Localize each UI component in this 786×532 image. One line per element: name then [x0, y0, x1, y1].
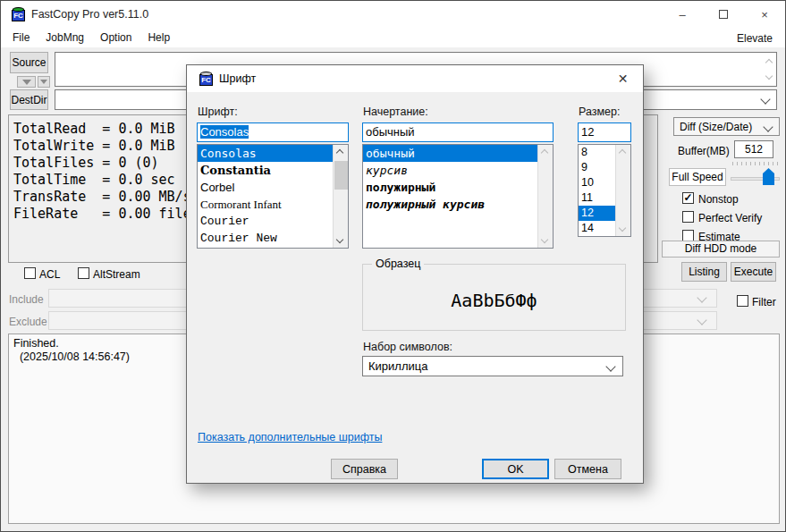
execute-button[interactable]: Execute: [731, 262, 776, 282]
exclude-label: Exclude: [9, 316, 47, 328]
minimize-button[interactable]: –: [662, 1, 703, 28]
close-icon: ×: [761, 8, 768, 21]
speed-label: Full Speed: [669, 168, 726, 186]
scroll-up-icon[interactable]: [765, 59, 773, 66]
dialog-title: Шрифт: [219, 72, 256, 85]
font-size-input[interactable]: 12: [578, 122, 631, 142]
font-list: Consolas Constantia Corbel Cormorant Inf…: [197, 144, 349, 249]
font-option[interactable]: Constantia: [198, 162, 333, 179]
perfect-verify-checkbox[interactable]: [682, 211, 694, 223]
more-fonts-link[interactable]: Показать дополнительные шрифты: [198, 431, 382, 443]
style-option[interactable]: полужирный курсив: [363, 196, 537, 213]
size-list: 8 9 10 11 12 14: [578, 144, 631, 237]
size-option[interactable]: 9: [579, 160, 615, 175]
fastcopy-window: FC FastCopy Pro ver5.11.0 – × File JobMn…: [0, 0, 786, 532]
menu-file[interactable]: File: [4, 30, 38, 46]
scroll-down-icon[interactable]: [765, 72, 773, 80]
filter-checkbox[interactable]: [737, 295, 748, 307]
size-option[interactable]: 11: [579, 190, 615, 206]
font-label: Шрифт:: [198, 106, 238, 118]
destdir-button[interactable]: DestDir: [10, 89, 48, 110]
dialog-icon-lid: [200, 72, 212, 76]
check-icon: ✓: [683, 191, 692, 204]
source-history-button[interactable]: [17, 76, 36, 88]
style-option[interactable]: полужирный: [363, 179, 537, 196]
scroll-down-icon[interactable]: [336, 236, 343, 243]
scrollbar-thumb[interactable]: [334, 161, 348, 190]
nonstop-label: Nonstop: [698, 193, 739, 206]
sample-groupbox: Образец AaBbБбФф: [362, 264, 626, 331]
menu-elevate[interactable]: Elevate: [731, 30, 778, 46]
sample-label: Образец: [372, 258, 424, 270]
style-list: обычный курсив полужирный полужирный кур…: [362, 144, 554, 249]
scroll-up-icon: [541, 149, 548, 156]
cancel-button[interactable]: Отмена: [554, 459, 621, 479]
menu-jobmng[interactable]: JobMng: [38, 30, 92, 46]
chevron-down-icon: [763, 122, 773, 131]
size-label: Размер:: [579, 106, 620, 118]
listing-button[interactable]: Listing: [681, 262, 727, 282]
acl-label: ACL: [39, 268, 60, 281]
buffer-input[interactable]: 512: [734, 140, 773, 158]
size-option[interactable]: 14: [579, 221, 615, 236]
include-label: Include: [9, 293, 44, 306]
font-name-input[interactable]: Consolas: [197, 122, 349, 142]
source-button[interactable]: Source: [10, 52, 48, 73]
acl-checkbox[interactable]: [24, 267, 36, 279]
app-icon: FC: [11, 7, 26, 21]
dropdown-triangle-icon: [22, 80, 31, 85]
font-option[interactable]: Cormorant Infant: [198, 196, 333, 213]
ok-button[interactable]: OK: [482, 459, 549, 479]
mode-value: Diff (Size/Date): [680, 121, 752, 133]
size-option[interactable]: 10: [579, 175, 615, 190]
source-history-small-button[interactable]: [38, 76, 50, 88]
maximize-button[interactable]: [703, 1, 744, 28]
font-option[interactable]: Courier New: [198, 230, 333, 247]
font-option[interactable]: Courier: [198, 213, 333, 230]
sample-text: AaBbБбФф: [363, 290, 625, 311]
slider-ticks: [732, 162, 780, 165]
font-name-value: Consolas: [200, 125, 249, 139]
chevron-down-icon: [760, 94, 770, 104]
font-size-value: 12: [581, 125, 594, 139]
charset-label: Набор символов:: [363, 341, 452, 353]
menubar: File JobMng Option Help Elevate: [1, 28, 785, 47]
font-option[interactable]: Consolas: [198, 145, 333, 162]
help-button[interactable]: Справка: [331, 459, 398, 479]
size-list-scrollbar[interactable]: [615, 145, 630, 236]
minimize-icon: –: [679, 8, 685, 21]
speed-slider-thumb[interactable]: [763, 168, 774, 185]
perfect-verify-label: Perfect Verify: [698, 212, 762, 224]
mode-combo[interactable]: Diff (Size/Date): [673, 117, 780, 136]
style-label: Начертание:: [363, 106, 428, 118]
altstream-checkbox[interactable]: [78, 267, 89, 279]
menu-help[interactable]: Help: [139, 30, 178, 46]
close-button[interactable]: ×: [744, 1, 785, 28]
altstream-label: AltStream: [93, 268, 140, 281]
style-option[interactable]: обычный: [363, 145, 537, 162]
scroll-up-icon[interactable]: [336, 149, 343, 156]
charset-combo[interactable]: Кириллица: [362, 356, 623, 376]
nonstop-checkbox[interactable]: ✓: [682, 192, 694, 204]
diff-hdd-mode-button[interactable]: Diff HDD mode: [662, 241, 780, 258]
dialog-icon: FC: [199, 72, 214, 86]
font-option[interactable]: Corbel: [198, 179, 333, 196]
font-list-scrollbar[interactable]: [333, 145, 348, 248]
size-option[interactable]: 8: [579, 145, 615, 160]
scroll-down-icon: [541, 236, 548, 243]
style-option[interactable]: курсив: [363, 162, 537, 179]
dialog-close-button[interactable]: ✕: [603, 65, 643, 92]
size-option[interactable]: 12: [579, 206, 615, 221]
window-title: FastCopy Pro ver5.11.0: [31, 8, 148, 21]
chevron-down-icon: [697, 292, 706, 302]
titlebar: FC FastCopy Pro ver5.11.0 – ×: [1, 1, 785, 28]
maximize-icon: [719, 10, 728, 19]
dialog-titlebar: FC Шрифт ✕: [187, 65, 643, 92]
chevron-down-icon: [605, 361, 615, 371]
font-style-input[interactable]: обычный: [362, 122, 554, 142]
style-list-scrollbar[interactable]: [537, 145, 553, 248]
font-dialog: FC Шрифт ✕ Шрифт: Начертание: Размер: Co…: [186, 64, 644, 484]
dropdown-triangle-icon: [40, 80, 47, 84]
menu-option[interactable]: Option: [92, 30, 139, 46]
chevron-down-icon: [697, 315, 706, 325]
